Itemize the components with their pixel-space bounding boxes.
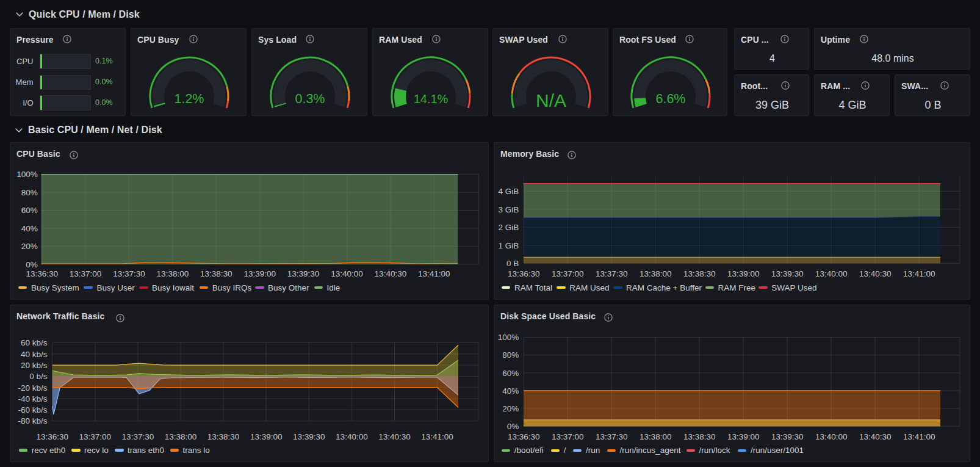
svg-text:13:39:30: 13:39:30	[771, 432, 804, 441]
svg-text:13:41:00: 13:41:00	[421, 432, 453, 441]
svg-text:13:38:30: 13:38:30	[207, 432, 240, 441]
svg-text:20 kb/s: 20 kb/s	[21, 361, 48, 370]
svg-text:60 kb/s: 60 kb/s	[21, 338, 48, 347]
svg-text:80%: 80%	[502, 350, 519, 360]
svg-text:13:37:00: 13:37:00	[552, 432, 584, 441]
svg-text:13:40:30: 13:40:30	[378, 432, 411, 441]
svg-text:20%: 20%	[21, 242, 38, 251]
svg-text:13:38:00: 13:38:00	[640, 432, 672, 441]
svg-text:13:38:00: 13:38:00	[157, 269, 189, 278]
svg-text:0%: 0%	[507, 422, 519, 431]
svg-text:13:41:00: 13:41:00	[903, 432, 935, 441]
svg-text:13:37:30: 13:37:30	[122, 432, 154, 441]
svg-text:13:37:30: 13:37:30	[596, 269, 628, 278]
svg-text:-20 kb/s: -20 kb/s	[18, 383, 48, 393]
svg-text:20%: 20%	[502, 404, 519, 413]
svg-text:40%: 40%	[502, 386, 519, 396]
svg-text:60%: 60%	[21, 206, 38, 215]
svg-text:13:40:00: 13:40:00	[815, 269, 848, 278]
svg-text:13:39:00: 13:39:00	[727, 432, 760, 441]
svg-text:13:38:30: 13:38:30	[683, 269, 716, 278]
svg-text:1.2%: 1.2%	[174, 92, 204, 106]
svg-text:13:40:30: 13:40:30	[859, 432, 892, 441]
svg-text:6.6%: 6.6%	[655, 92, 685, 106]
svg-text:3 GiB: 3 GiB	[498, 205, 519, 214]
svg-text:13:37:00: 13:37:00	[79, 432, 112, 441]
svg-text:13:40:30: 13:40:30	[859, 269, 892, 278]
svg-text:0 B: 0 B	[506, 259, 519, 268]
svg-text:100%: 100%	[498, 333, 519, 342]
svg-text:4 GiB: 4 GiB	[498, 187, 519, 196]
svg-text:13:38:00: 13:38:00	[640, 269, 672, 278]
svg-text:80%: 80%	[21, 188, 38, 197]
svg-text:13:40:30: 13:40:30	[375, 269, 407, 278]
svg-text:13:37:30: 13:37:30	[113, 269, 145, 278]
svg-text:13:36:30: 13:36:30	[26, 269, 58, 278]
svg-text:N/A: N/A	[536, 90, 566, 110]
svg-text:13:40:00: 13:40:00	[331, 269, 363, 278]
svg-text:13:38:30: 13:38:30	[200, 269, 232, 278]
svg-text:13:38:00: 13:38:00	[165, 432, 197, 441]
svg-text:0%: 0%	[26, 260, 38, 269]
svg-text:13:39:30: 13:39:30	[287, 269, 320, 278]
svg-text:13:39:00: 13:39:00	[250, 432, 283, 441]
svg-text:13:39:30: 13:39:30	[771, 269, 804, 278]
svg-text:13:39:00: 13:39:00	[727, 269, 760, 278]
svg-text:13:38:30: 13:38:30	[683, 432, 716, 441]
svg-text:-80 kb/s: -80 kb/s	[18, 416, 48, 425]
svg-text:14.1%: 14.1%	[414, 92, 449, 106]
svg-text:60%: 60%	[502, 369, 519, 378]
svg-text:2 GiB: 2 GiB	[498, 223, 519, 232]
svg-text:13:41:00: 13:41:00	[418, 269, 450, 278]
svg-text:100%: 100%	[16, 170, 38, 179]
svg-text:-60 kb/s: -60 kb/s	[18, 405, 48, 415]
svg-text:13:36:30: 13:36:30	[36, 432, 68, 441]
svg-text:0.3%: 0.3%	[295, 92, 325, 106]
svg-text:1 GiB: 1 GiB	[498, 241, 519, 250]
svg-text:13:36:30: 13:36:30	[508, 269, 540, 278]
svg-text:-40 kb/s: -40 kb/s	[18, 394, 48, 404]
svg-text:13:39:00: 13:39:00	[243, 269, 276, 278]
svg-text:13:36:30: 13:36:30	[508, 432, 540, 441]
svg-text:13:41:00: 13:41:00	[903, 269, 935, 278]
svg-text:13:40:00: 13:40:00	[815, 432, 848, 441]
svg-text:13:40:00: 13:40:00	[336, 432, 368, 441]
svg-text:0 b/s: 0 b/s	[29, 372, 48, 381]
svg-text:13:37:00: 13:37:00	[552, 269, 584, 278]
svg-text:13:37:30: 13:37:30	[596, 432, 628, 441]
svg-text:13:39:30: 13:39:30	[293, 432, 325, 441]
svg-text:13:37:00: 13:37:00	[70, 269, 102, 278]
svg-text:40 kb/s: 40 kb/s	[21, 350, 48, 359]
svg-text:40%: 40%	[21, 224, 38, 233]
